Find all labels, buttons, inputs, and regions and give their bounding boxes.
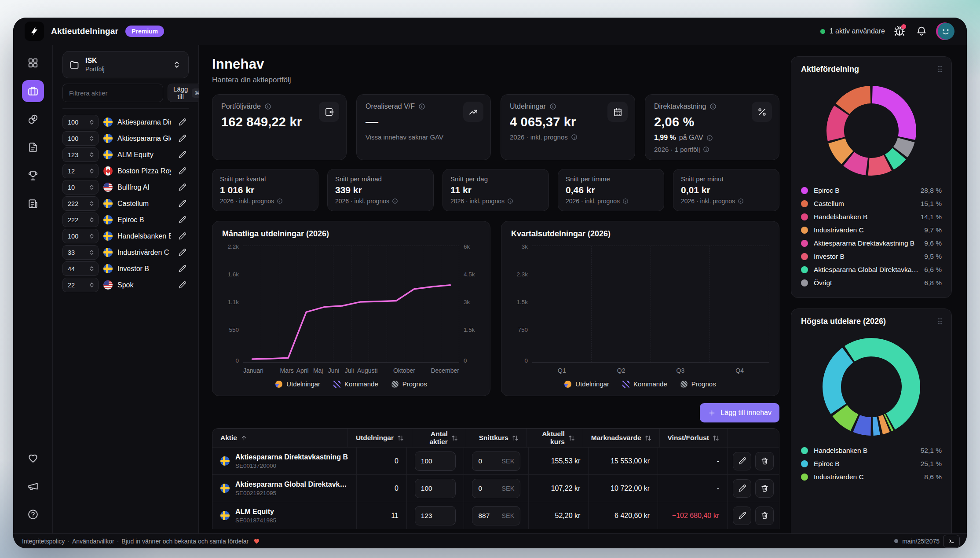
column-header-utdelningar[interactable]: Utdelningar bbox=[347, 429, 412, 447]
edit-stock-button[interactable] bbox=[176, 230, 189, 243]
portfolio-selector[interactable]: ISK Portfölj bbox=[62, 51, 189, 78]
x-axis-labels: Q1Q2Q3Q4 bbox=[532, 363, 769, 374]
drag-handle[interactable] bbox=[934, 315, 946, 327]
nav-portfolio[interactable] bbox=[22, 80, 44, 102]
mini-stat-value: 1 016 kr bbox=[220, 185, 311, 195]
online-dot-icon bbox=[820, 29, 825, 34]
pencil-icon bbox=[178, 118, 186, 126]
pencil-icon bbox=[738, 511, 746, 520]
edit-stock-button[interactable] bbox=[176, 197, 189, 210]
stepper-arrows-icon bbox=[88, 135, 95, 142]
flag-se-icon bbox=[103, 150, 113, 159]
edit-stock-button[interactable] bbox=[176, 165, 189, 178]
column-header-antal[interactable]: Antal aktier bbox=[412, 429, 466, 447]
quantity-stepper[interactable]: 10 bbox=[62, 180, 99, 195]
edit-stock-button[interactable] bbox=[176, 116, 189, 129]
edit-stock-button[interactable] bbox=[176, 246, 189, 259]
antal-input[interactable]: 100 bbox=[415, 479, 456, 498]
column-header-vf[interactable]: Vinst/Förlust bbox=[659, 429, 727, 447]
info-icon[interactable] bbox=[549, 103, 556, 110]
add-holding-button[interactable]: Lägg till innehav bbox=[700, 403, 779, 422]
info-icon[interactable] bbox=[703, 146, 709, 153]
edit-holding-button[interactable] bbox=[733, 452, 751, 470]
quantity-stepper[interactable]: 33 bbox=[62, 245, 99, 260]
legend-kommande-icon bbox=[333, 381, 340, 388]
wallet-icon bbox=[319, 102, 339, 122]
edit-stock-button[interactable] bbox=[176, 279, 189, 292]
top-payers-panel: Högsta utdelare (2026) Handelsbanken B 5… bbox=[791, 308, 952, 533]
antal-input[interactable]: 100 bbox=[415, 452, 456, 471]
legend-item: Castellum 15,1 % bbox=[801, 197, 942, 210]
nav-achievements[interactable] bbox=[22, 165, 44, 187]
nav-news[interactable] bbox=[22, 193, 44, 215]
nav-favorites[interactable] bbox=[22, 447, 44, 469]
delete-holding-button[interactable] bbox=[755, 507, 774, 525]
filter-stocks-input[interactable] bbox=[62, 84, 163, 102]
quantity-stepper[interactable]: 222 bbox=[62, 196, 99, 211]
nav-announcements[interactable] bbox=[22, 475, 44, 497]
info-icon[interactable] bbox=[709, 103, 717, 110]
terminal-button[interactable] bbox=[943, 535, 960, 548]
legend-item: Industrivärden C 8,6 % bbox=[801, 470, 942, 484]
bug-report-button[interactable] bbox=[892, 24, 907, 39]
edit-holding-button[interactable] bbox=[733, 507, 751, 525]
footer-link[interactable]: Användarvillkor bbox=[72, 538, 114, 545]
mini-stat-card: Snitt per timme 0,46 kr 2026 · inkl. pro… bbox=[558, 169, 664, 211]
stock-name: Investor B bbox=[117, 265, 171, 273]
edit-stock-button[interactable] bbox=[176, 181, 189, 194]
flag-se-icon bbox=[103, 215, 113, 224]
edit-stock-button[interactable] bbox=[176, 148, 189, 162]
nav-reports[interactable] bbox=[22, 136, 44, 158]
edit-stock-button[interactable] bbox=[176, 132, 189, 145]
quantity-stepper[interactable]: 222 bbox=[62, 213, 99, 227]
nav-dividends[interactable] bbox=[22, 108, 44, 130]
legend-color-dot bbox=[801, 279, 808, 286]
quantity-stepper[interactable]: 22 bbox=[62, 278, 99, 292]
quantity-stepper[interactable]: 12 bbox=[62, 164, 99, 178]
info-icon[interactable] bbox=[738, 198, 744, 204]
info-icon[interactable] bbox=[571, 134, 578, 140]
info-icon[interactable] bbox=[277, 198, 283, 204]
snittkurs-input[interactable]: 0SEK bbox=[472, 479, 520, 498]
snittkurs-input[interactable]: 0SEK bbox=[472, 452, 520, 471]
pencil-icon bbox=[178, 199, 186, 208]
portfolio-sidebar: ISK Portfölj Lägg till ⌘K 100 Aktiespara… bbox=[53, 45, 199, 533]
edit-holding-button[interactable] bbox=[733, 479, 751, 498]
quantity-stepper[interactable]: 123 bbox=[62, 147, 99, 162]
column-header-kurs[interactable]: Aktuell kurs bbox=[527, 429, 583, 447]
antal-input[interactable]: 123 bbox=[415, 506, 456, 525]
stock-list-item: 100 Aktiespararna Globa... bbox=[62, 130, 189, 147]
info-icon[interactable] bbox=[264, 103, 271, 110]
y-axis-left: 2.2k1.6k1.1k5500 bbox=[222, 246, 239, 363]
column-header-varde[interactable]: Marknadsvärde bbox=[583, 429, 659, 447]
footer-link[interactable]: Bjud in vänner och bekanta och samla för… bbox=[121, 538, 249, 545]
info-icon[interactable] bbox=[418, 103, 425, 110]
edit-stock-button[interactable] bbox=[176, 262, 189, 275]
quantity-stepper[interactable]: 100 bbox=[62, 229, 99, 243]
delete-holding-button[interactable] bbox=[755, 452, 774, 470]
sort-icon bbox=[568, 435, 575, 441]
nav-help[interactable] bbox=[22, 503, 44, 525]
info-icon[interactable] bbox=[706, 135, 713, 141]
quantity-stepper[interactable]: 44 bbox=[62, 261, 99, 276]
main-content: Innehav Hantera din aktieportfölj Portfö… bbox=[199, 45, 967, 533]
snittkurs-input[interactable]: 887SEK bbox=[472, 506, 520, 525]
stock-list-item: 222 Epiroc B bbox=[62, 212, 189, 228]
nav-dashboard[interactable] bbox=[22, 52, 44, 74]
info-icon[interactable] bbox=[507, 198, 513, 204]
quantity-stepper[interactable]: 100 bbox=[62, 131, 99, 146]
column-header-snittkurs[interactable]: Snittkurs bbox=[466, 429, 527, 447]
legend-label: Handelsbanken B bbox=[814, 447, 915, 455]
column-header-aktie[interactable]: Aktie bbox=[212, 429, 347, 447]
delete-holding-button[interactable] bbox=[755, 479, 774, 498]
drag-handle[interactable] bbox=[934, 63, 946, 75]
edit-stock-button[interactable] bbox=[176, 213, 189, 227]
info-icon[interactable] bbox=[622, 198, 629, 204]
notifications-button[interactable] bbox=[914, 24, 929, 39]
mini-stat-label: Snitt per månad bbox=[335, 175, 426, 183]
footer-link[interactable]: Integritetspolicy bbox=[22, 538, 65, 545]
quantity-stepper[interactable]: 100 bbox=[62, 115, 99, 129]
info-icon[interactable] bbox=[392, 198, 398, 204]
user-avatar[interactable] bbox=[936, 22, 954, 40]
allocation-donut-chart bbox=[826, 85, 917, 176]
